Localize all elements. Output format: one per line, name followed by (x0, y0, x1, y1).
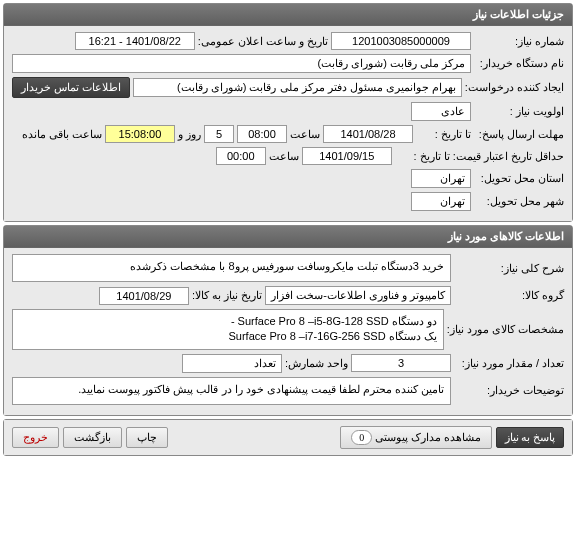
min-validity-to: تا تاریخ : (395, 150, 450, 163)
province-label: استان محل تحویل: (474, 172, 564, 185)
min-validity-label: حداقل تاریخ اعتبار قیمت: (453, 150, 564, 163)
need-number-value: 1201003085000009 (331, 32, 471, 50)
city-label: شهر محل تحویل: (474, 195, 564, 208)
qty-value: 3 (351, 354, 451, 372)
group-label: گروه کالا: (454, 289, 564, 302)
need-number-label: شماره نیاز: (474, 35, 564, 48)
group-value: کامپیوتر و فناوری اطلاعات-سخت افزار (265, 286, 451, 305)
city-value: تهران (411, 192, 471, 211)
desc-value: خرید 3دستگاه تبلت مایکروسافت سورفیس پرو8… (12, 254, 451, 282)
province-value: تهران (411, 169, 471, 188)
min-validity-date: 1401/09/15 (302, 147, 392, 165)
panel-need-details: جزئیات اطلاعات نیاز شماره نیاز: 12010030… (3, 3, 573, 222)
panel-header-goods: اطلاعات کالاهای مورد نیاز (4, 226, 572, 248)
need-date-value: 1401/08/29 (99, 287, 189, 305)
panel-goods-info: اطلاعات کالاهای مورد نیاز شرح کلی نیاز: … (3, 225, 573, 416)
days-and-label: روز و (178, 128, 201, 141)
deadline-time: 08:00 (237, 125, 287, 143)
creator-value: بهرام جوانمیری مسئول دفتر مرکز ملی رقابت… (133, 78, 462, 97)
note-value: تامین کننده محترم لطفا قیمت پیشنهادی خود… (12, 377, 451, 405)
announce-value: 1401/08/22 - 16:21 (75, 32, 195, 50)
deadline-label: مهلت ارسال پاسخ: (474, 128, 564, 141)
footer-body: پاسخ به نیاز مشاهده مدارک پیوستی 0 چاپ ب… (4, 420, 572, 455)
qty-label: تعداد / مقدار مورد نیاز: (454, 357, 564, 370)
remain-text: ساعت باقی مانده (22, 128, 102, 141)
back-button[interactable]: بازگشت (63, 427, 122, 448)
deadline-time-label: ساعت (290, 128, 320, 141)
priority-label: اولویت نیاز : (474, 105, 564, 118)
priority-value: عادی (411, 102, 471, 121)
creator-label: ایجاد کننده درخواست: (465, 81, 564, 94)
reply-button[interactable]: پاسخ به نیاز (496, 427, 565, 448)
panel-header-details: جزئیات اطلاعات نیاز (4, 4, 572, 26)
min-validity-time-label: ساعت (269, 150, 299, 163)
attachments-button[interactable]: مشاهده مدارک پیوستی 0 (340, 426, 491, 449)
buyer-label: نام دستگاه خریدار: (474, 57, 564, 70)
note-label: توضیحات خریدار: (454, 384, 564, 397)
deadline-to-label: تا تاریخ : (416, 128, 471, 141)
days-count: 5 (204, 125, 234, 143)
buyer-value: مرکز ملی رقابت (شورای رقابت) (12, 54, 471, 73)
panel-footer: پاسخ به نیاز مشاهده مدارک پیوستی 0 چاپ ب… (3, 419, 573, 456)
contact-buyer-button[interactable]: اطلاعات تماس خریدار (12, 77, 130, 98)
desc-label: شرح کلی نیاز: (454, 262, 564, 275)
panel-body-details: شماره نیاز: 1201003085000009 تاریخ و ساع… (4, 26, 572, 221)
deadline-date: 1401/08/28 (323, 125, 413, 143)
announce-label: تاریخ و ساعت اعلان عمومی: (198, 35, 328, 48)
min-validity-time: 00:00 (216, 147, 266, 165)
attachments-label: مشاهده مدارک پیوستی (375, 431, 481, 443)
spec-label: مشخصات کالای مورد نیاز: (447, 323, 564, 336)
unit-label: واحد شمارش: (285, 357, 348, 370)
attachments-count: 0 (351, 430, 372, 445)
print-button[interactable]: چاپ (126, 427, 168, 448)
panel-body-goods: شرح کلی نیاز: خرید 3دستگاه تبلت مایکروسا… (4, 248, 572, 415)
spec-value: دو دستگاه Surface Pro 8 –i5-8G-128 SSD -… (12, 309, 444, 350)
exit-button[interactable]: خروج (12, 427, 59, 448)
unit-value: تعداد (182, 354, 282, 373)
need-date-label: تاریخ نیاز به کالا: (192, 289, 262, 302)
remain-time: 15:08:00 (105, 125, 175, 143)
